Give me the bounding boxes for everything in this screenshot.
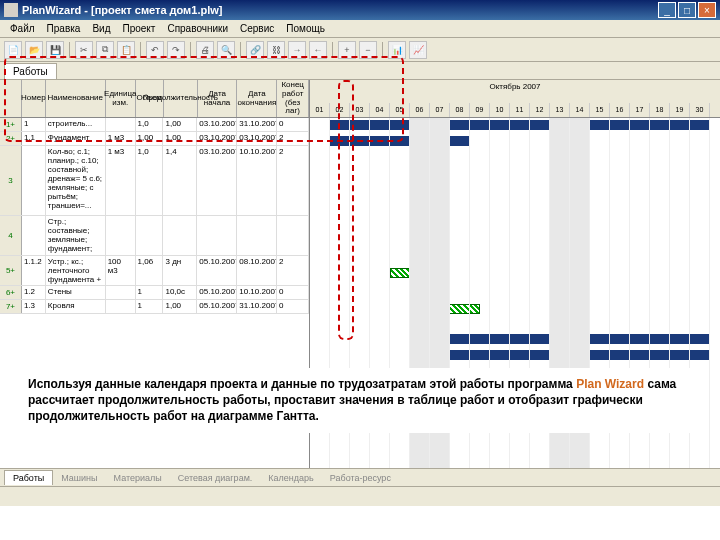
menubar: Файл Правка Вид Проект Справочники Серви… (0, 20, 720, 38)
cell-endlag[interactable]: 0 (277, 286, 309, 299)
cell-name[interactable]: Стр.; составные; земляные; фундамент; пр… (46, 216, 106, 255)
gantt-day-header: 10 (490, 103, 510, 117)
cell-unit[interactable] (106, 300, 136, 313)
cell-end[interactable]: 10.10.2007 (237, 286, 277, 299)
table-row[interactable]: 7+ 1.3 Кровля 1 1,00 05.10.2007 31.10.20… (0, 300, 309, 314)
app-icon (4, 3, 18, 17)
cell-num[interactable]: 1.1.2 (22, 256, 46, 285)
menu-file[interactable]: Файл (4, 23, 41, 34)
table-row[interactable]: 5+ 1.1.2 Устр.; кс.; ленточного фундамен… (0, 256, 309, 286)
cell-vol[interactable] (136, 216, 164, 255)
gantt-day-header: 19 (670, 103, 690, 117)
menu-view[interactable]: Вид (86, 23, 116, 34)
cell-unit[interactable]: 100 м3 (106, 256, 136, 285)
gantt-day-header: 16 (610, 103, 630, 117)
cell-name[interactable]: Стены (46, 286, 106, 299)
close-button[interactable]: × (698, 2, 716, 18)
btab-network[interactable]: Сетевая диаграм. (170, 471, 261, 485)
cell-endlag[interactable] (277, 216, 309, 255)
cell-dur[interactable]: 1,4 (163, 146, 197, 215)
window-title: PlanWizard - [проект смета дом1.plw] (22, 4, 658, 16)
btab-machines[interactable]: Машины (53, 471, 105, 485)
cell-name[interactable]: Кол-во; с.1; планир.; с.10; составной; д… (46, 146, 106, 215)
minimize-button[interactable]: _ (658, 2, 676, 18)
cell-endlag[interactable]: 2 (277, 146, 309, 215)
cell-vol[interactable]: 1,06 (136, 256, 164, 285)
cell-unit[interactable] (106, 216, 136, 255)
table-row[interactable]: 6+ 1.2 Стены 1 10,0с 05.10.2007 10.10.20… (0, 286, 309, 300)
cell-start[interactable]: 03.10.2007 (197, 146, 237, 215)
cell-start[interactable]: 05.10.2007 (197, 256, 237, 285)
cell-dur[interactable]: 1,00 (163, 300, 197, 313)
cell-vol[interactable]: 1,0 (136, 146, 164, 215)
cell-name[interactable]: Кровля (46, 300, 106, 313)
cell-start[interactable] (197, 216, 237, 255)
cell-endlag[interactable]: 0 (277, 300, 309, 313)
menu-refs[interactable]: Справочники (161, 23, 234, 34)
cell-unit[interactable] (106, 286, 136, 299)
gantt-day-header: 07 (430, 103, 450, 117)
cell-num[interactable]: 1.3 (22, 300, 46, 313)
annotation-text: Используя данные календаря проекта и дан… (20, 368, 700, 433)
gantt-day-header: 11 (510, 103, 530, 117)
btab-materials[interactable]: Материалы (106, 471, 170, 485)
gantt-day-header: 08 (450, 103, 470, 117)
row-marker: 7+ (0, 300, 22, 313)
gantt-day-header: 12 (530, 103, 550, 117)
cell-dur[interactable]: 3 дн (163, 256, 197, 285)
btab-calendar[interactable]: Календарь (260, 471, 321, 485)
menu-service[interactable]: Сервис (234, 23, 280, 34)
menu-help[interactable]: Помощь (280, 23, 331, 34)
cell-vol[interactable]: 1 (136, 300, 164, 313)
cell-end[interactable]: 31.10.2007 (237, 300, 277, 313)
btab-workres[interactable]: Работа-ресурс (322, 471, 399, 485)
cell-dur[interactable] (163, 216, 197, 255)
menu-edit[interactable]: Правка (41, 23, 87, 34)
cell-dur[interactable]: 10,0с (163, 286, 197, 299)
cell-end[interactable] (237, 216, 277, 255)
gantt-month: Октябрь 2007 (489, 82, 540, 91)
cell-end[interactable]: 10.10.2007 (237, 146, 277, 215)
cell-num[interactable]: 1.2 (22, 286, 46, 299)
row-marker: 5+ (0, 256, 22, 285)
gantt-day-header: 18 (650, 103, 670, 117)
gantt-day-header: 06 (410, 103, 430, 117)
table-row[interactable]: 4 Стр.; составные; земляные; фундамент; … (0, 216, 309, 256)
cell-end[interactable]: 08.10.2007 (237, 256, 277, 285)
cell-start[interactable]: 05.10.2007 (197, 286, 237, 299)
gantt-day-header: 30 (690, 103, 710, 117)
gantt-icon[interactable]: 📈 (409, 41, 427, 59)
statusbar (0, 486, 720, 506)
row-marker: 6+ (0, 286, 22, 299)
cell-name[interactable]: Устр.; кс.; ленточного фундамента + бето… (46, 256, 106, 285)
cell-unit[interactable]: 1 м3 (106, 146, 136, 215)
cell-start[interactable]: 05.10.2007 (197, 300, 237, 313)
maximize-button[interactable]: □ (678, 2, 696, 18)
cell-vol[interactable]: 1 (136, 286, 164, 299)
cell-num[interactable] (22, 146, 46, 215)
titlebar: PlanWizard - [проект смета дом1.plw] _ □… (0, 0, 720, 20)
cell-endlag[interactable]: 2 (277, 256, 309, 285)
tabs-bottom: Работы Машины Материалы Сетевая диаграм.… (0, 468, 720, 486)
btab-works[interactable]: Работы (4, 470, 53, 485)
gantt-day-header: 15 (590, 103, 610, 117)
cell-num[interactable] (22, 216, 46, 255)
highlight-row (4, 56, 404, 142)
gantt-day-header: 17 (630, 103, 650, 117)
gantt-day-header: 13 (550, 103, 570, 117)
row-marker: 3 (0, 146, 22, 215)
gantt-day-header: 09 (470, 103, 490, 117)
row-marker: 4 (0, 216, 22, 255)
gantt-day-header: 14 (570, 103, 590, 117)
table-row[interactable]: 3 Кол-во; с.1; планир.; с.10; составной;… (0, 146, 309, 216)
menu-project[interactable]: Проект (116, 23, 161, 34)
